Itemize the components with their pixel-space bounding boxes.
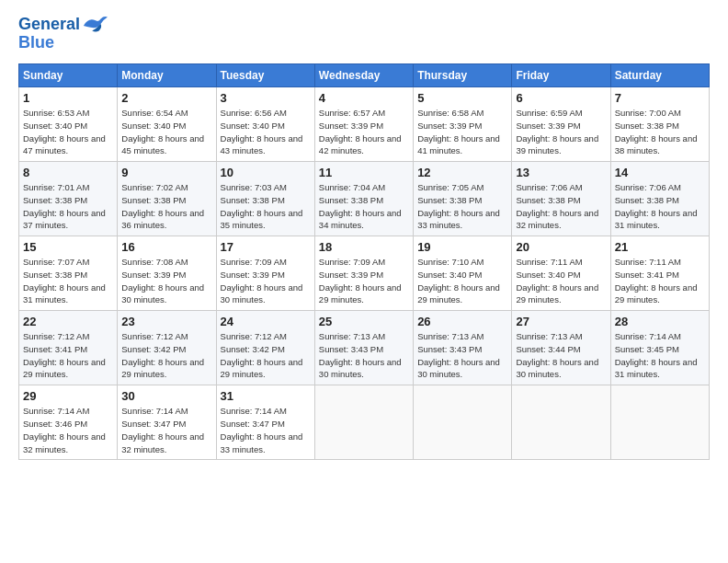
page-header: General Blue bbox=[18, 15, 710, 52]
sunset-label: Sunset: 3:38 PM bbox=[23, 270, 87, 280]
sunrise-label: Sunrise: 7:06 AM bbox=[516, 182, 582, 192]
weekday-header-wednesday: Wednesday bbox=[314, 64, 413, 87]
sunset-label: Sunset: 3:38 PM bbox=[221, 195, 285, 205]
calendar-cell: 30 Sunrise: 7:14 AM Sunset: 3:47 PM Dayl… bbox=[118, 385, 216, 460]
calendar-cell: 9 Sunrise: 7:02 AM Sunset: 3:38 PM Dayli… bbox=[118, 162, 216, 236]
day-number: 19 bbox=[417, 240, 507, 254]
page-container: General Blue SundayMondayTuesdayWednesda… bbox=[0, 0, 728, 469]
day-number: 17 bbox=[221, 240, 311, 254]
day-number: 12 bbox=[417, 166, 507, 179]
day-number: 4 bbox=[319, 91, 409, 105]
sunset-label: Sunset: 3:40 PM bbox=[417, 270, 482, 280]
day-info: Sunrise: 7:11 AM Sunset: 3:40 PM Dayligh… bbox=[516, 256, 606, 306]
daylight-label: Daylight: 8 hours and 30 minutes. bbox=[417, 357, 500, 380]
sunset-label: Sunset: 3:38 PM bbox=[23, 195, 87, 205]
day-number: 26 bbox=[417, 315, 507, 328]
sunset-label: Sunset: 3:41 PM bbox=[615, 270, 679, 280]
calendar-table: SundayMondayTuesdayWednesdayThursdayFrid… bbox=[18, 63, 710, 460]
daylight-label: Daylight: 8 hours and 30 minutes. bbox=[516, 357, 598, 380]
day-number: 20 bbox=[516, 240, 606, 254]
sunrise-label: Sunrise: 6:59 AM bbox=[516, 108, 582, 118]
sunrise-label: Sunrise: 7:14 AM bbox=[121, 406, 188, 416]
day-info: Sunrise: 7:09 AM Sunset: 3:39 PM Dayligh… bbox=[319, 256, 409, 306]
calendar-cell: 23 Sunrise: 7:12 AM Sunset: 3:42 PM Dayl… bbox=[118, 311, 216, 385]
calendar-week-4: 22 Sunrise: 7:12 AM Sunset: 3:41 PM Dayl… bbox=[19, 311, 710, 385]
sunrise-label: Sunrise: 6:58 AM bbox=[417, 108, 483, 118]
sunset-label: Sunset: 3:38 PM bbox=[121, 195, 186, 205]
logo: General Blue bbox=[18, 15, 108, 52]
sunrise-label: Sunrise: 7:14 AM bbox=[221, 406, 287, 416]
day-number: 8 bbox=[23, 166, 113, 179]
calendar-cell: 3 Sunrise: 6:56 AM Sunset: 3:40 PM Dayli… bbox=[216, 87, 314, 162]
sunset-label: Sunset: 3:39 PM bbox=[221, 270, 285, 280]
day-number: 5 bbox=[417, 91, 507, 105]
calendar-cell: 2 Sunrise: 6:54 AM Sunset: 3:40 PM Dayli… bbox=[118, 87, 216, 162]
sunrise-label: Sunrise: 6:53 AM bbox=[23, 108, 89, 118]
calendar-cell: 18 Sunrise: 7:09 AM Sunset: 3:39 PM Dayl… bbox=[314, 236, 413, 311]
sunrise-label: Sunrise: 7:07 AM bbox=[23, 257, 89, 267]
day-number: 25 bbox=[319, 315, 409, 328]
daylight-label: Daylight: 8 hours and 38 minutes. bbox=[615, 133, 698, 156]
sunrise-label: Sunrise: 6:56 AM bbox=[221, 108, 287, 118]
day-info: Sunrise: 7:12 AM Sunset: 3:41 PM Dayligh… bbox=[23, 330, 113, 381]
day-number: 27 bbox=[516, 315, 606, 328]
daylight-label: Daylight: 8 hours and 41 minutes. bbox=[417, 133, 500, 156]
sunrise-label: Sunrise: 7:03 AM bbox=[221, 182, 287, 192]
day-info: Sunrise: 7:13 AM Sunset: 3:43 PM Dayligh… bbox=[417, 330, 507, 381]
day-number: 21 bbox=[615, 240, 705, 254]
calendar-cell bbox=[512, 385, 610, 460]
sunset-label: Sunset: 3:39 PM bbox=[319, 270, 383, 280]
daylight-label: Daylight: 8 hours and 35 minutes. bbox=[221, 208, 303, 231]
calendar-cell: 19 Sunrise: 7:10 AM Sunset: 3:40 PM Dayl… bbox=[414, 236, 512, 311]
sunrise-label: Sunrise: 7:00 AM bbox=[615, 108, 681, 118]
day-info: Sunrise: 7:00 AM Sunset: 3:38 PM Dayligh… bbox=[615, 107, 705, 157]
calendar-week-3: 15 Sunrise: 7:07 AM Sunset: 3:38 PM Dayl… bbox=[19, 236, 710, 311]
calendar-cell: 7 Sunrise: 7:00 AM Sunset: 3:38 PM Dayli… bbox=[610, 87, 709, 162]
day-info: Sunrise: 7:13 AM Sunset: 3:43 PM Dayligh… bbox=[319, 330, 409, 381]
sunrise-label: Sunrise: 6:54 AM bbox=[121, 108, 188, 118]
day-info: Sunrise: 7:12 AM Sunset: 3:42 PM Dayligh… bbox=[121, 330, 211, 381]
day-info: Sunrise: 7:14 AM Sunset: 3:45 PM Dayligh… bbox=[615, 330, 705, 381]
calendar-cell: 16 Sunrise: 7:08 AM Sunset: 3:39 PM Dayl… bbox=[118, 236, 216, 311]
calendar-cell: 13 Sunrise: 7:06 AM Sunset: 3:38 PM Dayl… bbox=[512, 162, 610, 236]
day-info: Sunrise: 7:04 AM Sunset: 3:38 PM Dayligh… bbox=[319, 181, 409, 232]
sunset-label: Sunset: 3:39 PM bbox=[516, 121, 580, 131]
day-info: Sunrise: 7:10 AM Sunset: 3:40 PM Dayligh… bbox=[417, 256, 507, 306]
day-number: 2 bbox=[121, 91, 211, 105]
sunset-label: Sunset: 3:43 PM bbox=[319, 344, 383, 354]
calendar-week-5: 29 Sunrise: 7:14 AM Sunset: 3:46 PM Dayl… bbox=[19, 385, 710, 460]
sunset-label: Sunset: 3:39 PM bbox=[121, 270, 186, 280]
logo-text-general: General bbox=[18, 16, 80, 34]
calendar-cell: 20 Sunrise: 7:11 AM Sunset: 3:40 PM Dayl… bbox=[512, 236, 610, 311]
day-number: 11 bbox=[319, 166, 409, 179]
calendar-cell: 14 Sunrise: 7:06 AM Sunset: 3:38 PM Dayl… bbox=[610, 162, 709, 236]
sunset-label: Sunset: 3:39 PM bbox=[319, 121, 383, 131]
day-info: Sunrise: 7:07 AM Sunset: 3:38 PM Dayligh… bbox=[23, 256, 113, 306]
day-info: Sunrise: 7:02 AM Sunset: 3:38 PM Dayligh… bbox=[121, 181, 211, 232]
calendar-cell: 11 Sunrise: 7:04 AM Sunset: 3:38 PM Dayl… bbox=[314, 162, 413, 236]
day-number: 10 bbox=[221, 166, 311, 179]
daylight-label: Daylight: 8 hours and 31 minutes. bbox=[615, 357, 698, 380]
weekday-header-friday: Friday bbox=[512, 64, 610, 87]
daylight-label: Daylight: 8 hours and 33 minutes. bbox=[417, 208, 500, 231]
day-info: Sunrise: 6:54 AM Sunset: 3:40 PM Dayligh… bbox=[121, 107, 211, 157]
sunrise-label: Sunrise: 7:08 AM bbox=[121, 257, 188, 267]
daylight-label: Daylight: 8 hours and 32 minutes. bbox=[516, 208, 598, 231]
sunrise-label: Sunrise: 7:01 AM bbox=[23, 182, 89, 192]
sunrise-label: Sunrise: 7:13 AM bbox=[516, 331, 582, 341]
weekday-header-monday: Monday bbox=[118, 64, 216, 87]
sunset-label: Sunset: 3:46 PM bbox=[23, 419, 87, 429]
daylight-label: Daylight: 8 hours and 34 minutes. bbox=[319, 208, 402, 231]
sunrise-label: Sunrise: 7:14 AM bbox=[23, 406, 89, 416]
calendar-cell: 27 Sunrise: 7:13 AM Sunset: 3:44 PM Dayl… bbox=[512, 311, 610, 385]
daylight-label: Daylight: 8 hours and 32 minutes. bbox=[121, 431, 204, 454]
day-number: 1 bbox=[23, 91, 113, 105]
calendar-cell: 15 Sunrise: 7:07 AM Sunset: 3:38 PM Dayl… bbox=[19, 236, 118, 311]
sunset-label: Sunset: 3:38 PM bbox=[319, 195, 383, 205]
daylight-label: Daylight: 8 hours and 45 minutes. bbox=[121, 133, 204, 156]
day-info: Sunrise: 7:14 AM Sunset: 3:46 PM Dayligh… bbox=[23, 405, 113, 455]
sunset-label: Sunset: 3:40 PM bbox=[221, 121, 285, 131]
calendar-cell bbox=[414, 385, 512, 460]
day-number: 30 bbox=[121, 389, 211, 403]
day-info: Sunrise: 7:11 AM Sunset: 3:41 PM Dayligh… bbox=[615, 256, 705, 306]
